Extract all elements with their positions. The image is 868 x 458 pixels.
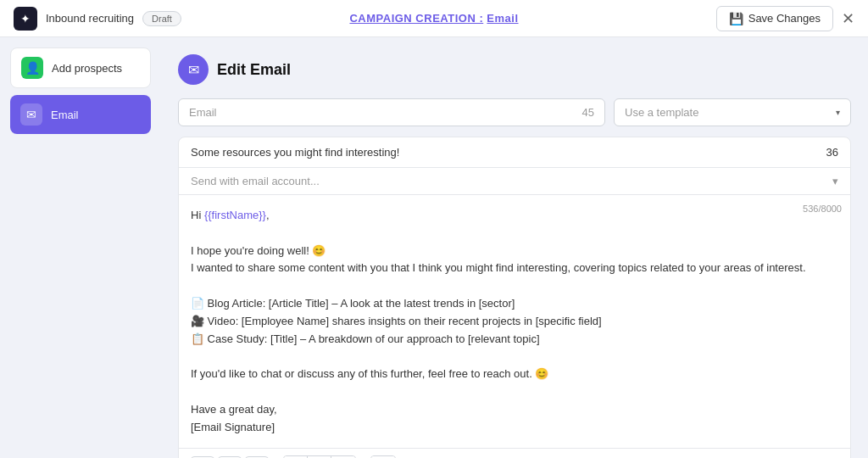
firstname-variable: {{firstName}} (204, 209, 266, 221)
subject-row[interactable]: Some resources you might find interestin… (179, 137, 850, 168)
main-layout: 👤 Add prospects ✉ Email ✉ Edit Email Ema… (0, 37, 868, 458)
send-account-placeholder: Send with email account... (191, 175, 320, 187)
content-area: ✉ Edit Email Email 45 Use a template ▾ S… (161, 37, 868, 458)
editor-box: Some resources you might find interestin… (178, 137, 851, 458)
email-char-count: 45 (582, 106, 594, 119)
subject-char-count: 36 (826, 146, 838, 159)
sidebar-item-email-label: Email (51, 109, 79, 121)
logo-icon: ✦ (14, 7, 37, 31)
close-button[interactable]: ✕ (842, 9, 854, 28)
top-bar: ✦ Inbound recruiting Draft CAMPAIGN CREA… (0, 0, 868, 37)
chevron-down-icon: ▾ (836, 108, 840, 117)
send-account-row[interactable]: Send with email account... ▾ (179, 168, 850, 195)
sidebar-item-add-prospects[interactable]: 👤 Add prospects (10, 47, 151, 88)
editor-body[interactable]: 536/8000 Hi {{firstName}}, I hope you're… (179, 195, 850, 448)
sidebar-item-email[interactable]: ✉ Email (10, 95, 151, 134)
draft-badge: Draft (142, 11, 181, 26)
save-icon: 💾 (729, 12, 743, 25)
template-select[interactable]: Use a template ▾ (614, 98, 851, 126)
sidebar: 👤 Add prospects ✉ Email (0, 37, 161, 458)
campaign-title: CAMPAIGN CREATION : Email (349, 12, 518, 25)
save-changes-button[interactable]: 💾 Save Changes (716, 6, 833, 31)
email-field-label: Email (189, 106, 217, 119)
subject-text: Some resources you might find interestin… (191, 146, 399, 159)
company-name: Inbound recruiting (46, 12, 134, 25)
send-account-chevron-icon: ▾ (832, 175, 838, 187)
top-bar-right: 💾 Save Changes ✕ (716, 6, 854, 31)
email-row: Email 45 Use a template ▾ (178, 98, 851, 126)
email-sidebar-icon: ✉ (20, 103, 42, 126)
edit-email-icon: ✉ (178, 54, 209, 85)
template-placeholder: Use a template (625, 106, 698, 119)
body-text: Hi {{firstName}}, I hope you're doing we… (191, 207, 838, 436)
body-char-count: 536/8000 (803, 202, 842, 217)
sidebar-item-add-prospects-label: Add prospects (52, 62, 122, 75)
editor-toolbar: B I U ≡ ≡ ≡ ☰ (179, 448, 850, 458)
email-field[interactable]: Email 45 (178, 98, 605, 126)
add-prospects-icon: 👤 (21, 57, 43, 79)
edit-email-header: ✉ Edit Email (178, 54, 851, 85)
page-title: Edit Email (217, 61, 291, 79)
top-bar-left: ✦ Inbound recruiting Draft (14, 7, 181, 31)
